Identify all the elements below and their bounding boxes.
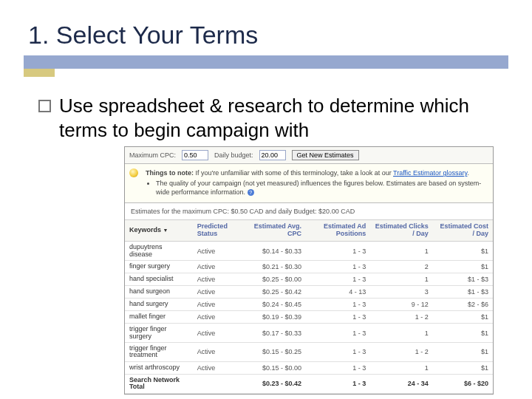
cell-total-cost: $6 - $20 [433, 374, 493, 393]
cell-cost: $1 [433, 324, 493, 343]
table-total-row: Search Network Total$0.23 - $0.421 - 324… [125, 374, 493, 393]
note-box: Things to note: If you're unfamiliar wit… [125, 164, 493, 203]
col-keywords[interactable]: Keywords ▼ [125, 220, 187, 242]
table-row: dupuytrens diseaseActive$0.14 - $0.331 -… [125, 242, 493, 261]
cell-status: Active [187, 361, 245, 374]
cell-status: Active [187, 273, 245, 286]
col-pos[interactable]: Estimated Ad Positions [306, 220, 370, 242]
tool-controls-row: Maximum CPC: Daily budget: Get New Estim… [125, 147, 493, 164]
cell-clicks: 1 [370, 242, 433, 261]
glossary-link[interactable]: Traffic Estimator glossary [393, 169, 467, 177]
table-row: mallet fingerActive$0.19 - $0.391 - 31 -… [125, 311, 493, 324]
table-row: trigger finger surgeryActive$0.17 - $0.3… [125, 324, 493, 343]
tool-screenshot: Maximum CPC: Daily budget: Get New Estim… [124, 146, 494, 395]
estimates-line: Estimates for the maximum CPC: $0.50 CAD… [125, 203, 493, 219]
cell-total-avgcpc: $0.23 - $0.42 [245, 374, 306, 393]
cell-keyword: dupuytrens disease [125, 242, 187, 261]
cell-keyword: mallet finger [125, 311, 187, 324]
cell-pos: 1 - 3 [306, 242, 370, 261]
cell-pos: 1 - 3 [306, 361, 370, 374]
daily-budget-input[interactable] [259, 150, 286, 160]
cell-total-clicks: 24 - 34 [370, 374, 433, 393]
table-row: hand surgeonActive$0.25 - $0.424 - 133$1… [125, 286, 493, 299]
get-estimates-button[interactable]: Get New Estimates [292, 150, 359, 160]
cell-cost: $1 [433, 242, 493, 261]
cell-avgcpc: $0.15 - $0.25 [245, 342, 306, 361]
cell-status: Active [187, 342, 245, 361]
cell-status: Active [187, 324, 245, 343]
cell-status: Active [187, 286, 245, 299]
cell-pos: 1 - 3 [306, 299, 370, 311]
cell-status: Active [187, 299, 245, 311]
cell-status: Active [187, 242, 245, 261]
daily-budget-label: Daily budget: [214, 151, 253, 159]
cell-keyword: trigger finger treatment [125, 342, 187, 361]
lightbulb-icon [129, 168, 138, 177]
table-row: hand specialistActive$0.25 - $0.001 - 31… [125, 273, 493, 286]
cell-cost: $1 [433, 342, 493, 361]
cell-avgcpc: $0.24 - $0.45 [245, 299, 306, 311]
cell-total-pos: 1 - 3 [306, 374, 370, 393]
cell-avgcpc: $0.14 - $0.33 [245, 242, 306, 261]
cell-clicks: 1 - 2 [370, 311, 433, 324]
table-row: trigger finger treatmentActive$0.15 - $0… [125, 342, 493, 361]
cell-avgcpc: $0.15 - $0.00 [245, 361, 306, 374]
cell-pos: 1 - 3 [306, 342, 370, 361]
note-line-1b: . [467, 169, 469, 177]
max-cpc-label: Maximum CPC: [129, 151, 176, 159]
cell-total-status [187, 374, 245, 393]
table-row: wrist arthroscopyActive$0.15 - $0.001 - … [125, 361, 493, 374]
cell-clicks: 3 [370, 286, 433, 299]
cell-cost: $1 [433, 261, 493, 273]
cell-avgcpc: $0.25 - $0.42 [245, 286, 306, 299]
cell-clicks: 1 - 2 [370, 342, 433, 361]
cell-cost: $1 [433, 361, 493, 374]
cell-avgcpc: $0.25 - $0.00 [245, 273, 306, 286]
cell-cost: $1 - $3 [433, 273, 493, 286]
cell-keyword: hand surgery [125, 299, 187, 311]
cell-pos: 1 - 3 [306, 311, 370, 324]
info-icon[interactable]: ? [248, 189, 254, 196]
cell-clicks: 2 [370, 261, 433, 273]
cell-keyword: hand specialist [125, 273, 187, 286]
col-clicks[interactable]: Estimated Clicks / Day [370, 220, 433, 242]
col-avgcpc[interactable]: Estimated Avg. CPC [245, 220, 306, 242]
cell-pos: 1 - 3 [306, 324, 370, 343]
cell-keyword: finger surgery [125, 261, 187, 273]
cell-avgcpc: $0.19 - $0.39 [245, 311, 306, 324]
cell-status: Active [187, 261, 245, 273]
estimates-table: Keywords ▼ Predicted Status Estimated Av… [125, 219, 493, 393]
cell-avgcpc: $0.21 - $0.30 [245, 261, 306, 273]
cell-keyword: hand surgeon [125, 286, 187, 299]
cell-pos: 4 - 13 [306, 286, 370, 299]
cell-clicks: 1 [370, 361, 433, 374]
sort-desc-icon: ▼ [163, 228, 168, 233]
slide-title: 1. Select Your Terms [28, 21, 508, 50]
note-heading: Things to note: [146, 169, 194, 177]
note-line-1a: If you're unfamiliar with some of this t… [196, 169, 394, 177]
cell-total-label: Search Network Total [125, 374, 187, 393]
table-row: hand surgeryActive$0.24 - $0.451 - 39 - … [125, 299, 493, 311]
note-line-2: The quality of your campaign (not yet me… [156, 180, 481, 196]
cell-keyword: wrist arthroscopy [125, 361, 187, 374]
max-cpc-input[interactable] [182, 150, 208, 160]
cell-cost: $1 [433, 311, 493, 324]
cell-status: Active [187, 311, 245, 324]
cell-cost: $2 - $6 [433, 299, 493, 311]
cell-clicks: 9 - 12 [370, 299, 433, 311]
cell-clicks: 1 [370, 324, 433, 343]
table-row: finger surgeryActive$0.21 - $0.301 - 32$… [125, 261, 493, 273]
cell-keyword: trigger finger surgery [125, 324, 187, 343]
cell-cost: $1 - $3 [433, 286, 493, 299]
body-text: Use spreadsheet & research to determine … [59, 94, 501, 142]
col-status[interactable]: Predicted Status [187, 220, 245, 242]
cell-clicks: 1 [370, 273, 433, 286]
cell-pos: 1 - 3 [306, 261, 370, 273]
col-cost[interactable]: Estimated Cost / Day [433, 220, 493, 242]
accent-bar [24, 55, 508, 69]
cell-avgcpc: $0.17 - $0.33 [245, 324, 306, 343]
cell-pos: 1 - 3 [306, 273, 370, 286]
